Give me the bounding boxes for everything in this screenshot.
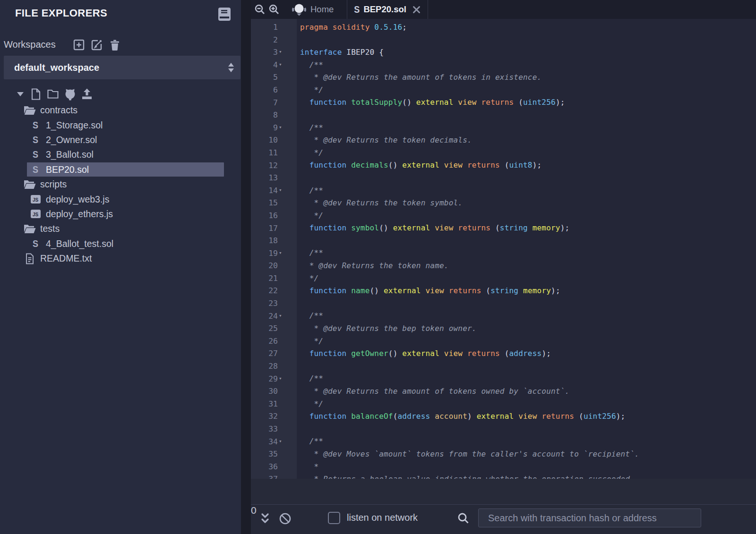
- line-number: 8: [273, 109, 278, 121]
- code-line-15[interactable]: 15 * @dev Returns the token symbol.: [251, 196, 756, 209]
- panel-splitter[interactable]: [241, 0, 251, 534]
- line-number: 17: [268, 222, 278, 234]
- gutter: 21: [251, 272, 297, 285]
- tab-bep20[interactable]: S BEP20.sol: [347, 0, 428, 19]
- fold-caret-icon[interactable]: ▾: [279, 375, 282, 382]
- code-line-18[interactable]: 18: [251, 234, 756, 247]
- code-line-12[interactable]: 12 function decimals() external view ret…: [251, 159, 756, 172]
- code-line-21[interactable]: 21 */: [251, 272, 756, 285]
- tree-item-4-ballot-test-sol[interactable]: S4_Ballot_test.sol: [0, 237, 241, 251]
- code-line-10[interactable]: 10 * @dev Returns the token decimals.: [251, 134, 756, 146]
- gutter: 30: [251, 385, 297, 398]
- fold-caret-icon[interactable]: ▾: [279, 313, 282, 319]
- line-number: 20: [268, 260, 278, 271]
- code-line-11[interactable]: 11 */: [251, 146, 756, 159]
- gutter: 11: [251, 146, 297, 159]
- listen-on-network-checkbox[interactable]: [328, 512, 340, 524]
- tree-item-label: 1_Storage.sol: [46, 120, 103, 131]
- code-line-25[interactable]: 25 * @dev Returns the bep token owner.: [251, 322, 756, 335]
- js-file-icon: JS: [29, 208, 42, 220]
- tree-item-scripts[interactable]: scripts: [0, 177, 241, 192]
- collapse-caret-icon[interactable]: [16, 88, 28, 100]
- zoom-out-icon[interactable]: [253, 3, 267, 16]
- line-number: 9: [273, 122, 278, 134]
- gutter: 18: [251, 234, 297, 247]
- code-line-5[interactable]: 5 * @dev Returns the amount of tokens in…: [251, 71, 756, 84]
- gutter: 24▾: [251, 310, 297, 322]
- fold-caret-icon[interactable]: ▾: [279, 438, 282, 445]
- code-line-3[interactable]: 3▾interface IBEP20 {: [251, 46, 756, 59]
- code-line-35[interactable]: 35 * @dev Moves `amount` tokens from the…: [251, 448, 756, 460]
- line-number: 13: [268, 172, 278, 184]
- tab-home-label: Home: [310, 4, 334, 15]
- fold-caret-icon[interactable]: ▾: [279, 49, 282, 55]
- open-folder-icon: [24, 223, 36, 235]
- fold-caret-icon[interactable]: ▾: [279, 187, 282, 194]
- tree-item-contracts[interactable]: contracts: [0, 103, 241, 118]
- code-line-32[interactable]: 32 function balanceOf(address account) e…: [251, 410, 756, 423]
- close-icon[interactable]: [412, 5, 421, 14]
- code-line-7[interactable]: 7 function totalSupply() external view r…: [251, 96, 756, 109]
- new-folder-icon[interactable]: [47, 88, 59, 100]
- tree-item-1-storage-sol[interactable]: S1_Storage.sol: [0, 118, 241, 132]
- gutter: 19▾: [251, 247, 297, 260]
- fold-caret-icon[interactable]: ▾: [279, 124, 282, 131]
- code-line-19[interactable]: 19▾ /**: [251, 247, 756, 260]
- code-line-9[interactable]: 9▾ /**: [251, 121, 756, 134]
- rename-workspace-button[interactable]: [91, 39, 103, 51]
- add-workspace-button[interactable]: [73, 39, 85, 51]
- code-line-1[interactable]: 1pragma solidity 0.5.16;: [251, 21, 756, 34]
- book-icon[interactable]: [217, 7, 232, 22]
- code-line-36[interactable]: 36 *: [251, 460, 756, 473]
- code-line-33[interactable]: 33: [251, 423, 756, 435]
- code-line-22[interactable]: 22 function name() external view returns…: [251, 284, 756, 297]
- code-line-29[interactable]: 29▾ /**: [251, 373, 756, 385]
- tree-item-3-ballot-sol[interactable]: S3_Ballot.sol: [0, 147, 241, 162]
- gutter: 9▾: [251, 121, 297, 134]
- fold-caret-icon[interactable]: ▾: [279, 250, 282, 256]
- solidity-file-icon: S: [29, 119, 42, 131]
- code-line-28[interactable]: 28: [251, 360, 756, 373]
- block-icon[interactable]: [279, 512, 292, 525]
- gutter: 14▾: [251, 184, 297, 197]
- tab-home[interactable]: Home: [285, 0, 340, 19]
- new-file-icon[interactable]: [30, 88, 43, 100]
- fold-caret-icon[interactable]: ▾: [279, 61, 282, 68]
- tree-item-tests[interactable]: tests: [0, 221, 241, 236]
- code-line-2[interactable]: 2: [251, 34, 756, 46]
- code-line-23[interactable]: 23: [251, 297, 756, 310]
- code-line-27[interactable]: 27 function getOwner() external view ret…: [251, 347, 756, 360]
- code-line-14[interactable]: 14▾ /**: [251, 184, 756, 197]
- code-line-26[interactable]: 26 */: [251, 335, 756, 348]
- gutter: 27: [251, 347, 297, 360]
- zoom-in-icon[interactable]: [267, 3, 281, 16]
- code-line-31[interactable]: 31 */: [251, 398, 756, 410]
- code-line-6[interactable]: 6 */: [251, 84, 756, 96]
- tree-item-bep20-sol[interactable]: SBEP20.sol: [0, 162, 241, 177]
- tree-item-deploy-ethers-js[interactable]: JSdeploy_ethers.js: [0, 207, 241, 221]
- code-line-17[interactable]: 17 function symbol() external view retur…: [251, 222, 756, 235]
- tree-item-deploy-web3-js[interactable]: JSdeploy_web3.js: [0, 192, 241, 206]
- delete-workspace-button[interactable]: [109, 39, 121, 51]
- code-line-4[interactable]: 4▾ /**: [251, 59, 756, 71]
- code-line-8[interactable]: 8: [251, 109, 756, 121]
- code-line-16[interactable]: 16 */: [251, 209, 756, 222]
- line-number: 4: [273, 59, 278, 71]
- code-text: function name() external view returns (s…: [297, 286, 560, 295]
- tree-item-2-owner-sol[interactable]: S2_Owner.sol: [0, 133, 241, 147]
- code-line-30[interactable]: 30 * @dev Returns the amount of tokens o…: [251, 385, 756, 398]
- code-line-20[interactable]: 20 * @dev Returns the token name.: [251, 259, 756, 272]
- code-line-34[interactable]: 34▾ /**: [251, 435, 756, 448]
- workspace-select[interactable]: default_workspace: [4, 56, 241, 79]
- code-editor[interactable]: 1pragma solidity 0.5.16;23▾interface IBE…: [251, 19, 756, 481]
- search-input[interactable]: [478, 509, 701, 527]
- tree-item-readme-txt[interactable]: README.txt: [0, 251, 241, 266]
- remix-logo-icon: [292, 2, 307, 17]
- code-text: function balanceOf(address account) exte…: [297, 412, 625, 421]
- github-icon[interactable]: [64, 88, 76, 100]
- code-line-13[interactable]: 13: [251, 171, 756, 184]
- expand-terminal-icon[interactable]: [259, 512, 271, 526]
- code-text: /**: [297, 311, 323, 320]
- code-line-24[interactable]: 24▾ /**: [251, 310, 756, 322]
- publish-icon[interactable]: [81, 88, 93, 100]
